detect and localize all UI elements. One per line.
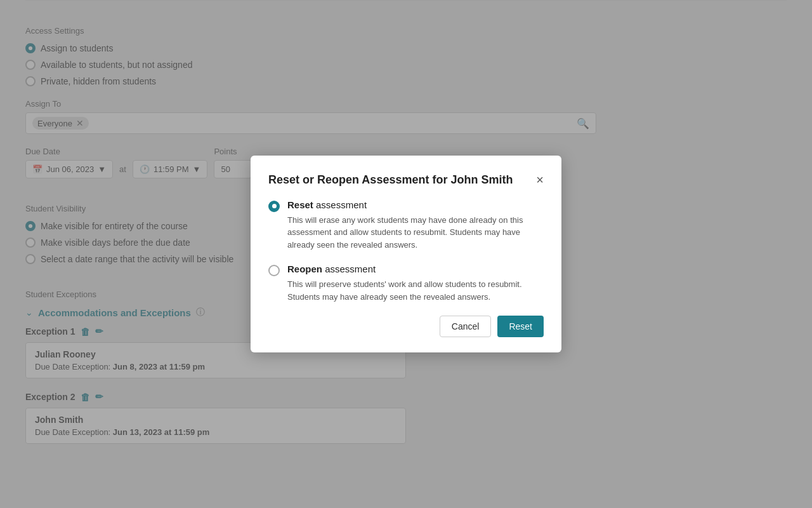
reopen-option-desc: This will preserve students' work and al… bbox=[287, 278, 544, 303]
reopen-radio[interactable] bbox=[268, 265, 280, 276]
reset-button[interactable]: Reset bbox=[497, 316, 544, 337]
close-icon[interactable]: × bbox=[536, 173, 544, 186]
reopen-label-rest: assessment bbox=[322, 264, 376, 274]
reset-option-desc: This will erase any work students may ha… bbox=[287, 214, 544, 251]
reopen-option-label: Reopen assessment bbox=[287, 264, 544, 274]
reset-option-label: Reset assessment bbox=[287, 199, 544, 210]
reopen-option-content: Reopen assessment This will preserve stu… bbox=[287, 264, 544, 303]
reopen-label-bold: Reopen bbox=[287, 264, 322, 274]
reopen-option[interactable]: Reopen assessment This will preserve stu… bbox=[268, 264, 544, 303]
modal-footer: Cancel Reset bbox=[268, 316, 544, 337]
cancel-button[interactable]: Cancel bbox=[440, 316, 492, 337]
reset-label-bold: Reset bbox=[287, 199, 313, 210]
modal-dialog: Reset or Reopen Assessment for John Smit… bbox=[251, 156, 561, 353]
modal-header: Reset or Reopen Assessment for John Smit… bbox=[268, 173, 544, 187]
modal-overlay: Reset or Reopen Assessment for John Smit… bbox=[0, 0, 812, 508]
reset-label-rest: assessment bbox=[313, 199, 367, 210]
modal-title: Reset or Reopen Assessment for John Smit… bbox=[268, 173, 513, 187]
reset-option-content: Reset assessment This will erase any wor… bbox=[287, 199, 544, 251]
reset-radio[interactable] bbox=[268, 201, 280, 212]
reset-option[interactable]: Reset assessment This will erase any wor… bbox=[268, 199, 544, 251]
